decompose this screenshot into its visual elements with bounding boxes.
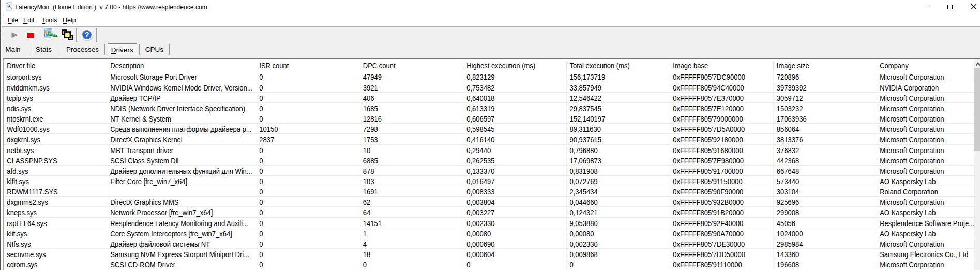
svg-text:?: ? [84,30,89,38]
